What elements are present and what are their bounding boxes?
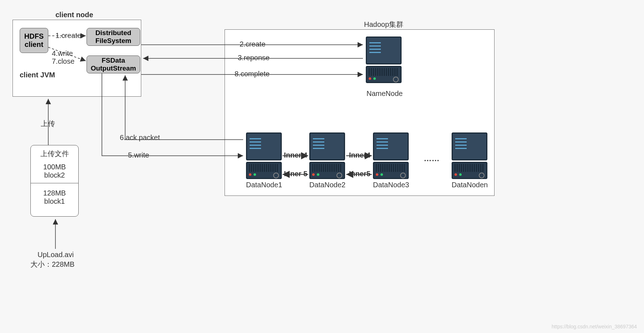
step-3: 3.reponse [238, 54, 270, 62]
step-4: 4.write [52, 49, 73, 58]
step-6: 6.ack packet [120, 134, 160, 142]
namenode-server-icon [366, 37, 402, 83]
fsdata-output-box: FSData OutputStream [87, 56, 140, 73]
datanode1-label: DataNode1 [246, 181, 282, 189]
distributed-fs-box: Distributed FileSystem [87, 28, 140, 46]
upload-box-title: 上传文件 [31, 145, 78, 161]
datanode2-label: DataNode2 [309, 181, 345, 189]
client-node-title: client node [55, 11, 93, 19]
datanode3-server-icon [373, 132, 409, 179]
step-1: 1.create [55, 32, 81, 40]
upload-file-box: 上传文件 100MB block2 128MB block1 [30, 145, 79, 217]
step-2: 2.create [240, 40, 265, 48]
step-7: 7.close [52, 57, 74, 66]
inner-5b: Inner5 [349, 170, 370, 178]
datanoden-server-icon [452, 132, 487, 179]
hdfs-client-box: HDFS client [20, 28, 48, 53]
client-jvm-label: client JVM [20, 71, 55, 79]
datanode1-server-icon [246, 132, 282, 179]
datanode3-label: DataNode3 [373, 181, 409, 189]
datanode-ellipsis: …… [424, 154, 439, 163]
upload-size: 大小：228MB [30, 260, 74, 269]
upload-block2: 100MB block2 [31, 161, 78, 183]
upload-block1: 128MB block1 [31, 183, 78, 208]
datanoden-label: DataNoden [452, 181, 488, 189]
datanode2-server-icon [309, 132, 345, 179]
namenode-label: NameNode [367, 90, 403, 98]
inner-4b: Inner4 [349, 151, 370, 159]
watermark: https://blog.csdn.net/weixin_38697364 [552, 324, 637, 329]
step-5: 5.write [128, 151, 149, 159]
step-8: 8.complete [235, 70, 270, 78]
upload-filename: UpLoad.avi [38, 251, 74, 259]
hadoop-title: Hadoop集群 [364, 20, 403, 29]
upload-arrow-label: 上传 [39, 119, 56, 129]
inner-4a: Inner 4 [284, 151, 308, 159]
inner-5a: Inner 5 [284, 170, 308, 178]
